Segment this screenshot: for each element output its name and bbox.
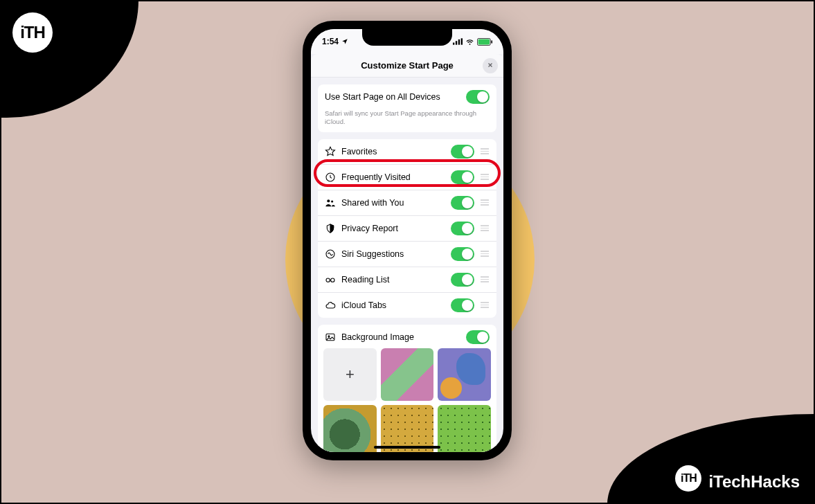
row-siri-suggestions[interactable]: Siri Suggestions — [318, 241, 496, 267]
row-privacy-report[interactable]: Privacy Report — [318, 215, 496, 241]
row-label: Privacy Report — [341, 224, 445, 233]
background-image-toggle[interactable] — [466, 330, 490, 344]
svg-rect-3 — [461, 38, 463, 44]
row-icloud-tabs[interactable]: iCloud Tabs — [318, 292, 496, 318]
wifi-icon — [465, 37, 474, 46]
glasses-icon — [325, 274, 336, 285]
phone-screen: 1:54 Customize Start Page — [311, 29, 503, 452]
svg-rect-0 — [453, 43, 454, 45]
drag-handle-icon[interactable] — [480, 302, 490, 308]
brand-logo-icon: iTH — [12, 12, 53, 53]
favorites-toggle[interactable] — [451, 145, 474, 159]
svg-point-11 — [326, 278, 330, 282]
star-icon — [325, 146, 336, 157]
sheet-content[interactable]: Use Start Page on All Devices Safari wil… — [311, 78, 503, 452]
reading-list-toggle[interactable] — [451, 273, 474, 287]
sync-group: Use Start Page on All Devices Safari wil… — [318, 84, 496, 132]
icloud-tabs-toggle[interactable] — [451, 298, 474, 312]
row-label: iCloud Tabs — [341, 300, 445, 310]
drag-handle-icon[interactable] — [480, 225, 490, 231]
background-tile[interactable] — [438, 348, 491, 402]
drag-handle-icon[interactable] — [480, 276, 490, 282]
svg-point-12 — [331, 278, 334, 282]
battery-icon — [477, 38, 492, 46]
row-label: Reading List — [341, 275, 445, 285]
sync-footnote: Safari will sync your Start Page appeara… — [318, 109, 496, 132]
row-label: Frequently Visited — [341, 172, 445, 182]
clock-icon — [325, 172, 336, 183]
close-icon — [487, 60, 494, 71]
drag-handle-icon[interactable] — [480, 148, 490, 154]
sheet-header: Customize Start Page — [311, 54, 503, 78]
image-icon — [325, 332, 336, 343]
brand-name-text: iTechHacks — [708, 472, 800, 492]
row-favorites[interactable]: Favorites — [318, 139, 496, 164]
row-reading-list[interactable]: Reading List — [318, 267, 496, 292]
drag-handle-icon[interactable] — [480, 174, 490, 180]
brand-logo-icon: iTH — [675, 465, 701, 492]
close-button[interactable] — [483, 58, 498, 73]
background-image-label: Background Image — [341, 332, 460, 342]
svg-rect-6 — [491, 40, 492, 44]
sync-label: Use Start Page on All Devices — [325, 92, 460, 102]
svg-rect-1 — [456, 41, 457, 44]
row-frequently-visited[interactable]: Frequently Visited — [318, 164, 496, 190]
brand-corner-bottom-right: iTH iTechHacks — [607, 414, 815, 504]
shield-icon — [325, 223, 336, 234]
phone-frame: 1:54 Customize Start Page — [303, 21, 512, 460]
svg-point-8 — [327, 199, 330, 202]
phone-notch — [362, 29, 452, 46]
row-label: Shared with You — [341, 198, 445, 208]
home-indicator[interactable] — [374, 446, 440, 449]
siri-suggestions-toggle[interactable] — [451, 247, 474, 261]
row-label: Siri Suggestions — [341, 249, 445, 259]
background-tile[interactable] — [381, 348, 434, 402]
location-icon — [341, 38, 348, 45]
drag-handle-icon[interactable] — [480, 199, 490, 206]
frequently-visited-toggle[interactable] — [451, 170, 474, 184]
background-image-row[interactable]: Background Image — [318, 325, 496, 348]
cellular-signal-icon — [453, 38, 463, 45]
row-label: Favorites — [341, 147, 445, 156]
svg-rect-5 — [478, 39, 490, 44]
plus-icon: + — [346, 366, 355, 384]
svg-point-14 — [328, 335, 330, 336]
drag-handle-icon[interactable] — [480, 251, 490, 257]
sync-toggle[interactable] — [466, 90, 490, 104]
shared-with-you-toggle[interactable] — [451, 196, 474, 210]
background-add-tile[interactable]: + — [323, 348, 377, 402]
privacy-report-toggle[interactable] — [451, 222, 474, 235]
background-tile[interactable] — [381, 405, 434, 452]
siri-icon — [325, 249, 336, 260]
svg-point-9 — [331, 200, 333, 202]
status-time: 1:54 — [322, 37, 339, 46]
background-grid: + — [318, 348, 496, 452]
row-shared-with-you[interactable]: Shared with You — [318, 190, 496, 215]
brand-corner-top-left: iTH — [0, 0, 138, 118]
sheet-title: Customize Start Page — [361, 60, 454, 71]
background-tile[interactable] — [438, 405, 491, 452]
people-icon — [325, 197, 336, 208]
sync-row[interactable]: Use Start Page on All Devices — [318, 84, 496, 109]
background-tile[interactable] — [323, 405, 377, 452]
svg-rect-2 — [458, 39, 460, 45]
features-group: Favorites Frequently Visited — [318, 139, 496, 318]
cloud-icon — [325, 300, 336, 311]
